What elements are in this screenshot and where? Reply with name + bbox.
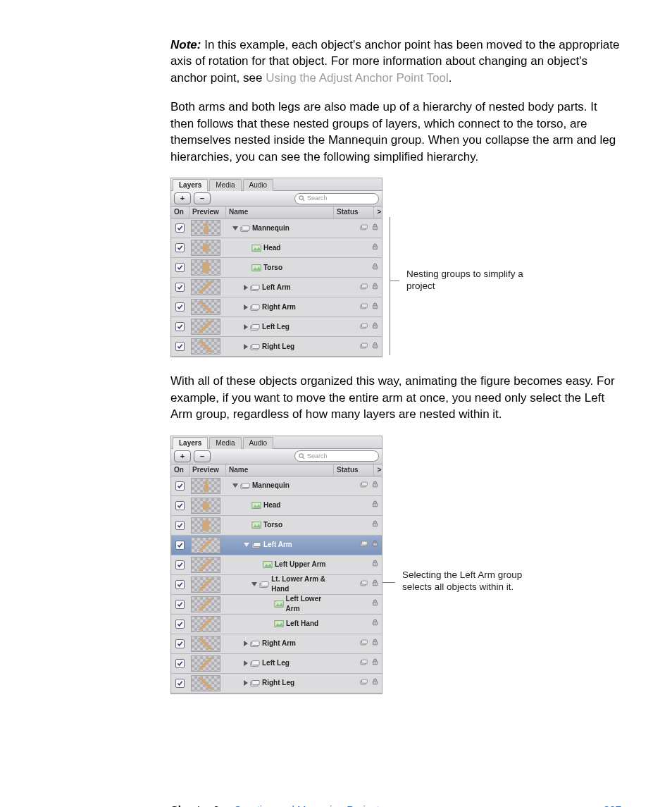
lock-icon[interactable]	[372, 500, 378, 510]
search-input[interactable]: Search	[294, 193, 379, 204]
layer-row[interactable]: Lt. Lower Arm & Hand	[171, 575, 382, 595]
lock-icon[interactable]	[372, 599, 378, 609]
tabbar: Layers Media Audio	[171, 436, 382, 449]
layer-row[interactable]: Left Hand	[171, 615, 382, 634]
lock-icon[interactable]	[372, 639, 378, 648]
visibility-checkbox[interactable]	[175, 659, 185, 668]
visibility-checkbox[interactable]	[175, 600, 185, 609]
visibility-checkbox[interactable]	[175, 283, 185, 292]
visibility-checkbox[interactable]	[175, 481, 185, 491]
disclose-closed-icon[interactable]	[244, 344, 248, 350]
disclose-open-icon[interactable]	[232, 226, 238, 230]
lock-icon[interactable]	[372, 579, 378, 589]
layer-row[interactable]: Right Leg	[171, 337, 382, 357]
search-input[interactable]: Search	[294, 450, 379, 462]
disclose-closed-icon[interactable]	[244, 324, 248, 330]
col-expand[interactable]: >	[374, 464, 382, 476]
visibility-checkbox[interactable]	[175, 541, 185, 550]
note-link[interactable]: Using the Adjust Anchor Point Tool	[266, 71, 449, 85]
visibility-checkbox[interactable]	[175, 620, 185, 629]
lock-icon[interactable]	[372, 481, 378, 491]
col-on[interactable]: On	[171, 464, 189, 476]
lock-icon[interactable]	[372, 619, 378, 629]
tab-media[interactable]: Media	[209, 437, 241, 449]
disclose-closed-icon[interactable]	[244, 304, 248, 310]
layer-row[interactable]: Head	[171, 496, 382, 516]
visibility-checkbox[interactable]	[175, 322, 185, 331]
layer-row[interactable]: Right Arm	[171, 297, 382, 317]
lock-icon[interactable]	[372, 342, 378, 352]
tab-audio[interactable]: Audio	[243, 437, 274, 449]
col-name[interactable]: Name	[226, 464, 334, 476]
group-status-icon	[360, 678, 368, 688]
disclose-closed-icon[interactable]	[244, 641, 248, 646]
svg-rect-81	[373, 661, 377, 665]
visibility-checkbox[interactable]	[175, 263, 185, 272]
layer-row[interactable]: Head	[171, 238, 382, 258]
svg-rect-86	[373, 681, 377, 684]
layer-preview	[191, 517, 220, 534]
lock-icon[interactable]	[372, 283, 378, 292]
tab-audio[interactable]: Audio	[243, 179, 274, 191]
tab-layers[interactable]: Layers	[173, 179, 208, 191]
layer-preview	[191, 596, 220, 612]
col-status[interactable]: Status	[334, 207, 374, 218]
col-on[interactable]: On	[171, 207, 189, 218]
lock-icon[interactable]	[372, 678, 378, 688]
layer-row[interactable]: Mannequin	[171, 218, 382, 238]
remove-button[interactable]: –	[194, 450, 211, 462]
visibility-checkbox[interactable]	[175, 342, 185, 351]
visibility-checkbox[interactable]	[175, 560, 185, 569]
tab-layers[interactable]: Layers	[173, 437, 208, 449]
visibility-checkbox[interactable]	[175, 679, 185, 688]
col-expand[interactable]: >	[374, 207, 382, 218]
layer-row[interactable]: Left Arm	[171, 536, 382, 555]
layer-row[interactable]: Mannequin	[171, 476, 382, 496]
svg-rect-34	[373, 345, 377, 348]
visibility-checkbox[interactable]	[175, 302, 185, 312]
svg-point-66	[276, 602, 278, 603]
disclose-closed-icon[interactable]	[244, 285, 248, 290]
disclose-open-icon[interactable]	[232, 483, 238, 488]
visibility-checkbox[interactable]	[175, 521, 185, 530]
lock-icon[interactable]	[372, 520, 378, 530]
layer-row[interactable]: Left Upper Arm	[171, 555, 382, 575]
disclose-closed-icon[interactable]	[244, 660, 248, 666]
visibility-checkbox[interactable]	[175, 580, 185, 589]
visibility-checkbox[interactable]	[175, 639, 185, 648]
lock-icon[interactable]	[372, 263, 378, 273]
layer-row[interactable]: Left Leg	[171, 317, 382, 337]
col-name[interactable]: Name	[226, 207, 334, 218]
lock-icon[interactable]	[372, 243, 378, 253]
add-button[interactable]: +	[174, 192, 191, 204]
layer-row[interactable]: Right Leg	[171, 674, 382, 694]
lock-icon[interactable]	[372, 560, 378, 569]
remove-button[interactable]: –	[194, 192, 211, 204]
layer-row[interactable]: Left Arm	[171, 278, 382, 297]
layer-row[interactable]: Torso	[171, 258, 382, 278]
visibility-checkbox[interactable]	[175, 243, 185, 252]
lock-icon[interactable]	[372, 322, 378, 332]
layer-row[interactable]: Right Arm	[171, 634, 382, 654]
lock-icon[interactable]	[372, 223, 378, 233]
disclose-open-icon[interactable]	[251, 582, 257, 586]
layer-row[interactable]: Left Leg	[171, 654, 382, 674]
layer-row[interactable]: Left Lower Arm	[171, 595, 382, 615]
disclose-open-icon[interactable]	[244, 543, 249, 547]
lock-icon[interactable]	[372, 302, 378, 312]
layer-row[interactable]: Torso	[171, 516, 382, 536]
tab-media[interactable]: Media	[209, 179, 241, 191]
col-preview[interactable]: Preview	[189, 207, 226, 218]
visibility-checkbox[interactable]	[175, 223, 185, 233]
search-placeholder: Search	[307, 452, 328, 460]
lock-icon[interactable]	[372, 540, 378, 550]
callout2-text: Selecting the Left Arm group selects all…	[402, 569, 529, 593]
group-icon	[250, 659, 260, 667]
col-status[interactable]: Status	[334, 464, 374, 476]
visibility-checkbox[interactable]	[175, 501, 185, 510]
add-button[interactable]: +	[174, 450, 191, 462]
layer-name: Left Arm	[262, 283, 291, 292]
col-preview[interactable]: Preview	[189, 464, 226, 476]
disclose-closed-icon[interactable]	[244, 680, 248, 686]
lock-icon[interactable]	[372, 658, 378, 668]
